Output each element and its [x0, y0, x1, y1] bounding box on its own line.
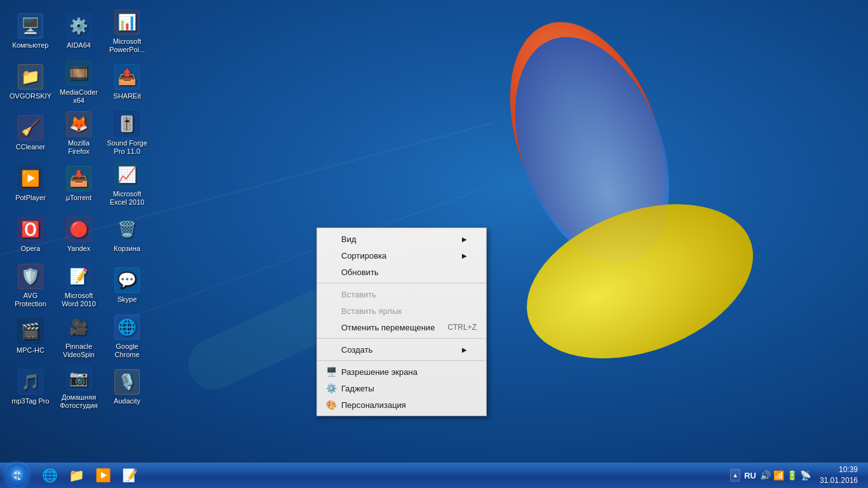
desktop: 🖥️ Компьютер 📁 OVGORSKIY 🧹 CCleaner ▶️ P…: [0, 0, 868, 463]
svg-point-1: [506, 175, 775, 387]
desktop-icon-msword[interactable]: 📝 Microsoft Word 2010: [55, 261, 103, 311]
desktop-icon-computer[interactable]: 🖥️ Компьютер: [6, 6, 55, 57]
icon-img-avg: 🛡️: [18, 264, 43, 289]
icon-label-computer: Компьютер: [13, 41, 49, 50]
tray-battery-icon[interactable]: 🔋: [787, 470, 797, 480]
menu-item-view[interactable]: Вид ▶: [317, 231, 486, 247]
start-button[interactable]: [0, 463, 34, 488]
context-menu: Вид ▶ Сортировка ▶ Обновить Вставить Вст…: [316, 227, 487, 416]
desktop-icon-fotostudio[interactable]: 📷 Домашняя Фотостудия: [55, 362, 103, 413]
desktop-icon-mediacoder[interactable]: 🎞️ MediaCoder x64: [55, 57, 103, 108]
desktop-icon-potplayer[interactable]: ▶️ PotPlayer: [6, 159, 55, 210]
icon-label-ccleaner: CCleaner: [16, 143, 45, 151]
taskbar-item-explorer[interactable]: 📁: [64, 464, 89, 486]
menu-icon-undo-move: [325, 322, 337, 332]
icon-label-mp3tag: mp3Tag Pro: [11, 397, 49, 405]
start-orb: [5, 463, 29, 487]
icon-label-firefox: Mozilla Firefox: [57, 139, 100, 156]
menu-icon-personalize: 🎨: [325, 400, 337, 410]
tray-signal-icon[interactable]: 📡: [800, 470, 811, 480]
menu-icon-paste-shortcut: [325, 306, 337, 316]
icon-img-utorrent: 📥: [66, 166, 92, 191]
menu-icon-sort: [325, 250, 337, 261]
desktop-icon-yandex[interactable]: 🔴 Yandex: [55, 210, 103, 261]
desktop-icon-excel[interactable]: 📈 Microsoft Excel 2010: [103, 159, 151, 210]
tray-network-icon[interactable]: 📶: [773, 470, 784, 480]
menu-icon-screen-res: 🖥️: [325, 367, 337, 377]
desktop-icon-mpchc[interactable]: 🎬 MPC-HC: [6, 311, 55, 362]
icon-label-soundforge: Sound Forge Pro 11.0: [105, 139, 149, 156]
menu-separator-sep3: [317, 360, 486, 361]
icon-img-potplayer: ▶️: [18, 166, 43, 191]
icon-img-mediacoder: 🎞️: [66, 60, 92, 86]
desktop-icon-opera[interactable]: 🅾️ Opera: [6, 210, 55, 261]
desktop-icon-utorrent[interactable]: 📥 μTorrent: [55, 159, 103, 210]
icon-label-msword: Microsoft Word 2010: [57, 292, 100, 308]
icon-label-chrome: Google Chrome: [105, 342, 149, 359]
icon-label-potplayer: PotPlayer: [15, 194, 46, 202]
icon-label-mpchc: MPC-HC: [17, 346, 44, 355]
desktop-icon-mp3tag[interactable]: 🎵 mp3Tag Pro: [6, 362, 55, 413]
taskbar-icon-explorer: 📁: [69, 468, 85, 483]
icon-label-shareit: SHAREit: [113, 92, 140, 100]
icon-label-opera: Opera: [21, 245, 41, 253]
tray-volume-icon[interactable]: 🔊: [760, 470, 771, 480]
taskbar-items: 🌐📁▶️📝: [34, 463, 145, 488]
desktop-icon-mspowerpoint[interactable]: 📊 Microsoft PowerPoi...: [103, 6, 151, 57]
menu-item-screen-res[interactable]: 🖥️ Разрешение экрана: [317, 363, 486, 380]
taskbar-icon-word: 📝: [122, 468, 138, 483]
icon-label-avg: AVG Protection: [9, 292, 52, 308]
icon-label-excel: Microsoft Excel 2010: [105, 190, 149, 207]
icon-img-msword: 📝: [66, 264, 92, 289]
desktop-icon-ovgorskiy[interactable]: 📁 OVGORSKIY: [6, 57, 55, 108]
tray-date: 31.01.2016: [820, 475, 858, 486]
icon-img-aida64: ⚙️: [66, 13, 92, 39]
desktop-icon-skype[interactable]: 💬 Skype: [103, 261, 151, 311]
menu-separator-sep2: [317, 338, 486, 339]
icon-label-mediacoder: MediaCoder x64: [57, 88, 100, 105]
menu-text-paste-shortcut: Вставить ярлык: [341, 306, 467, 316]
desktop-icon-chrome[interactable]: 🌐 Google Chrome: [103, 311, 151, 362]
menu-text-gadgets: Гаджеты: [341, 384, 467, 393]
icon-label-skype: Skype: [118, 295, 137, 304]
desktop-icon-shareit[interactable]: 📤 SHAREit: [103, 57, 151, 108]
desktop-icon-avg[interactable]: 🛡️ AVG Protection: [6, 261, 55, 311]
icon-img-audacity: 🎙️: [114, 369, 140, 395]
taskbar-item-ie[interactable]: 🌐: [37, 464, 62, 486]
taskbar-item-media[interactable]: ▶️: [90, 464, 116, 486]
icon-img-computer: 🖥️: [18, 13, 43, 39]
svg-point-0: [481, 19, 695, 275]
icon-img-ccleaner: 🧹: [18, 115, 43, 140]
tray-clock[interactable]: 10:39 31.01.2016: [815, 464, 863, 486]
desktop-icon-pinnacle[interactable]: 🎥 Pinnacle VideoSpin: [55, 311, 103, 362]
menu-icon-paste: [325, 289, 337, 299]
desktop-icon-recycle[interactable]: 🗑️ Корзина: [103, 210, 151, 261]
menu-item-sort[interactable]: Сортировка ▶: [317, 247, 486, 264]
desktop-icon-aida64[interactable]: ⚙️ AIDA64: [55, 6, 103, 57]
menu-arrow-view: ▶: [462, 236, 467, 243]
svg-point-3: [506, 175, 775, 387]
menu-item-create[interactable]: Создать ▶: [317, 341, 486, 358]
taskbar-icon-ie: 🌐: [42, 468, 58, 483]
desktop-icon-soundforge[interactable]: 🎚️ Sound Forge Pro 11.0: [103, 108, 151, 159]
icon-label-ovgorskiy: OVGORSKIY: [10, 92, 51, 100]
icon-img-yandex: 🔴: [66, 217, 92, 242]
menu-item-undo-move[interactable]: Отменить перемещение CTRL+Z: [317, 319, 486, 336]
desktop-icon-ccleaner[interactable]: 🧹 CCleaner: [6, 108, 55, 159]
icon-img-skype: 💬: [114, 268, 140, 293]
menu-shortcut-undo-move: CTRL+Z: [447, 323, 477, 332]
tray-expand-button[interactable]: ▲: [730, 469, 740, 482]
icon-img-mspowerpoint: 📊: [114, 10, 140, 35]
menu-item-personalize[interactable]: 🎨 Персонализация: [317, 396, 486, 413]
menu-item-paste-shortcut: Вставить ярлык: [317, 302, 486, 319]
icon-img-pinnacle: 🎥: [66, 315, 92, 340]
menu-item-refresh[interactable]: Обновить: [317, 264, 486, 280]
menu-item-gadgets[interactable]: ⚙️ Гаджеты: [317, 380, 486, 396]
icon-img-chrome: 🌐: [114, 315, 140, 340]
desktop-icon-audacity[interactable]: 🎙️ Audacity: [103, 362, 151, 413]
taskbar-item-word[interactable]: 📝: [117, 464, 142, 486]
icon-img-soundforge: 🎚️: [114, 111, 140, 137]
desktop-icon-firefox[interactable]: 🦊 Mozilla Firefox: [55, 108, 103, 159]
icon-label-fotostudio: Домашняя Фотостудия: [57, 393, 100, 410]
menu-icon-refresh: [325, 267, 337, 277]
